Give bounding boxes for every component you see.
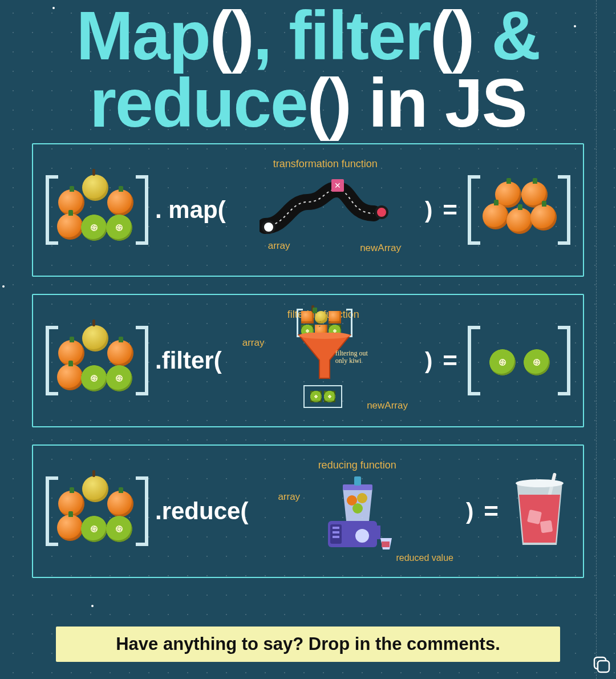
speck [91,605,94,607]
map-function-graphic: transformation function ✕ array newArray [233,156,418,264]
fruit-pile-mixed [57,178,137,242]
cta-text: Have anything to say? Drop in the commen… [116,634,500,654]
title-map: Map [76,0,210,74]
map-method-text: . map( [155,196,226,224]
cta-banner: Have anything to say? Drop in the commen… [56,627,560,662]
svg-rect-12 [376,526,380,539]
fruit-pile-kiwis [479,329,559,393]
orange-icon [506,208,533,234]
reduce-close-paren: ) [466,499,473,524]
svg-rect-8 [354,476,361,486]
map-label-out: newArray [360,242,401,254]
kiwi-icon [81,516,107,542]
filter-input-array [46,324,148,398]
filter-function-graphic: filtering function filtering out [229,306,418,415]
title-amp: & [473,0,540,74]
kiwi-icon [106,365,132,391]
title-parens1: () [210,0,253,74]
funnel-note-line2: only kiwi [335,357,362,365]
pear-icon [82,325,108,351]
title-parens2: () [430,0,473,74]
reduce-function-graphic: reducing function [255,457,459,565]
kiwi-icon [489,349,516,375]
fruit-pile-mixed [57,479,137,543]
funnel-note: filtering out only kiwi [335,350,368,364]
fruit-pile-oranges [479,178,559,242]
methods-list: . map( transformation function ✕ array n… [0,142,616,578]
svg-rect-4 [333,531,339,534]
panel-reduce: .reduce( reducing function [32,444,584,578]
reduce-equals: = [484,497,499,526]
orange-icon [301,311,314,324]
map-input-array [46,173,148,247]
reduce-label-out: reduced value [396,553,453,563]
kiwi-icon [106,215,132,241]
title-injs: in JS [351,64,526,141]
orange-icon [57,213,83,240]
filter-equals: = [443,346,457,375]
svg-point-17 [516,479,564,487]
map-output-array [468,173,570,247]
juice-glass-icon [509,472,570,551]
kiwi-icon [324,391,335,402]
carousel-indicator-icon[interactable] [591,654,610,673]
reduce-label-in: array [278,491,300,503]
kiwi-icon [310,391,322,402]
orange-icon [107,189,133,216]
filter-output-array [468,324,570,398]
reduce-method-text: .reduce( [155,498,248,525]
panel-filter: .filter( filtering function [32,294,584,427]
svg-rect-16 [540,520,553,534]
orange-icon [483,203,509,229]
svg-rect-19 [598,661,609,672]
orange-icon [107,491,133,517]
fruit-pile-mixed [57,329,137,393]
map-label-in: array [268,240,290,252]
blender-icon [309,468,406,554]
svg-point-11 [352,503,363,514]
panel-map: . map( transformation function ✕ array n… [32,143,584,277]
orange-icon [57,515,83,541]
svg-point-10 [357,493,367,503]
svg-rect-3 [333,527,339,529]
svg-rect-15 [527,510,542,524]
kiwi-icon [106,516,132,542]
filter-label-out: newArray [367,400,408,411]
road-icon: ✕ [260,181,391,239]
filter-close-paren: ) [425,348,432,374]
svg-point-6 [355,529,369,543]
funnel-icon: filtering out only kiwi [264,312,383,409]
orange-icon [530,204,557,231]
kiwi-icon [81,365,107,391]
funnel-output-brackets [303,385,342,408]
pear-icon [82,175,108,201]
title-filter: , filter [253,0,431,74]
title-reduce: reduce [90,64,307,141]
orange-icon [107,340,133,366]
map-close-paren: ) [425,197,432,223]
svg-rect-5 [333,536,339,538]
map-equals: = [443,196,457,224]
title-parens3: () [307,64,351,141]
svg-rect-13 [382,541,390,547]
page-title: Map(), filter() & reduce() in JS [0,0,616,142]
orange-icon [57,364,83,390]
pear-icon [82,476,108,502]
reduce-input-array [46,474,148,548]
filter-label-in: array [242,337,265,349]
filter-method-text: .filter( [155,347,222,374]
kiwi-icon [81,215,107,241]
kiwi-icon [524,349,550,375]
map-label-top: transformation function [273,158,378,170]
waypoint-x-icon: ✕ [331,179,344,192]
